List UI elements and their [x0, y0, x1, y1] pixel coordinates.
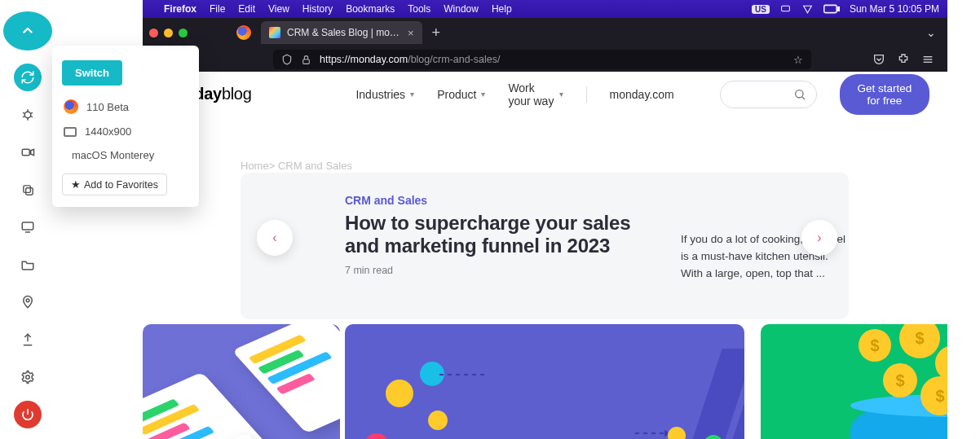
- end-session-button[interactable]: [14, 401, 42, 428]
- breadcrumb: Home> CRM and Sales: [241, 160, 352, 172]
- article-tile-2[interactable]: [345, 324, 744, 439]
- menu-window[interactable]: Window: [444, 3, 479, 15]
- svg-line-23: [802, 97, 805, 99]
- svg-marker-8: [31, 149, 34, 156]
- svg-rect-10: [23, 185, 29, 192]
- testing-sidebar: [0, 0, 55, 439]
- nav-industries[interactable]: Industries▾: [355, 88, 414, 101]
- svg-rect-9: [25, 187, 33, 195]
- svg-line-2: [23, 112, 24, 114]
- url-text: https://monday.com/blog/crm-and-sales/: [320, 54, 500, 65]
- tab-close-button[interactable]: ×: [408, 27, 414, 39]
- article-tile-1[interactable]: [143, 324, 340, 439]
- minimize-window-button[interactable]: [164, 29, 173, 37]
- browser-row[interactable]: 110 Beta: [62, 94, 189, 120]
- search-input[interactable]: [720, 81, 817, 108]
- svg-rect-17: [838, 7, 840, 11]
- add-favorite-button[interactable]: ★ Add to Favorites: [62, 173, 167, 195]
- upload-button[interactable]: [14, 326, 42, 353]
- lock-icon: [301, 55, 311, 65]
- dashed-arrow-icon: [439, 370, 668, 439]
- firefox-logo-icon: [236, 25, 251, 40]
- menu-edit[interactable]: Edit: [238, 3, 255, 15]
- copy-button[interactable]: [14, 176, 42, 204]
- svg-line-3: [31, 112, 33, 114]
- nav-divider: [586, 86, 587, 103]
- app-menu-icon[interactable]: [921, 53, 934, 66]
- location-button[interactable]: [14, 288, 42, 316]
- hero-prev-button[interactable]: ‹: [257, 220, 293, 256]
- gear-icon: [20, 370, 35, 384]
- bookmark-star-button[interactable]: ☆: [793, 54, 803, 66]
- save-pocket-icon[interactable]: [872, 53, 885, 66]
- video-icon: [20, 145, 35, 160]
- tabs-overflow-button[interactable]: ⌄: [926, 26, 936, 39]
- switch-button[interactable]: Switch: [62, 60, 122, 86]
- os-label: macOS Monterey: [72, 149, 154, 161]
- record-button[interactable]: [14, 138, 42, 166]
- screen-button[interactable]: [14, 213, 42, 241]
- wifi-status-icon[interactable]: [801, 4, 814, 15]
- control-center-icon[interactable]: [779, 4, 792, 15]
- bug-button[interactable]: [14, 101, 42, 129]
- chevron-up-icon: [20, 24, 35, 38]
- maximize-window-button[interactable]: [179, 29, 188, 37]
- browser-tab[interactable]: CRM & Sales Blog | monday.com ×: [261, 21, 422, 44]
- favorites-label: Add to Favorites: [84, 179, 158, 191]
- input-locale-badge[interactable]: US: [752, 5, 770, 14]
- new-tab-button[interactable]: +: [422, 24, 451, 42]
- svg-point-22: [796, 90, 803, 97]
- address-bar[interactable]: https://monday.com/blog/crm-and-sales/ ☆: [273, 50, 811, 69]
- menubar-app[interactable]: Firefox: [164, 3, 196, 15]
- collapse-fab[interactable]: [3, 11, 52, 50]
- svg-line-4: [23, 116, 24, 118]
- nav-product[interactable]: Product▾: [437, 88, 485, 101]
- menu-history[interactable]: History: [302, 3, 333, 15]
- switch-device-button[interactable]: [14, 64, 42, 91]
- get-started-button[interactable]: Get started for free: [840, 74, 929, 115]
- nav-monday-link[interactable]: monday.com: [610, 88, 674, 101]
- site-navbar: mondayblog Industries▾ Product▾ Work you…: [143, 72, 947, 117]
- svg-rect-7: [22, 149, 29, 156]
- extensions-icon[interactable]: [897, 53, 910, 66]
- breadcrumb-category[interactable]: CRM and Sales: [278, 160, 352, 172]
- close-window-button[interactable]: [149, 29, 158, 37]
- svg-rect-11: [22, 222, 33, 230]
- remote-browser-frame: Firefox File Edit View History Bookmarks…: [143, 0, 947, 439]
- svg-point-0: [24, 112, 31, 118]
- tile-illustration: [143, 324, 340, 439]
- folder-button[interactable]: [14, 251, 42, 279]
- nav-work-your-way[interactable]: Work your way▾: [508, 81, 563, 108]
- menu-view[interactable]: View: [268, 3, 289, 15]
- browser-tabbar: CRM & Sales Blog | monday.com × + ⌄: [143, 18, 947, 47]
- breadcrumb-home[interactable]: Home: [241, 160, 269, 172]
- settings-button[interactable]: [14, 363, 42, 391]
- folder-icon: [20, 257, 35, 272]
- shield-icon: [281, 54, 293, 65]
- firefox-icon: [64, 99, 78, 114]
- svg-line-5: [31, 116, 33, 118]
- os-row[interactable]: macOS Monterey: [62, 143, 189, 167]
- svg-rect-16: [824, 5, 837, 12]
- svg-rect-18: [303, 59, 310, 63]
- article-tile-3[interactable]: $ $ $ $ $: [761, 324, 947, 439]
- menu-tools[interactable]: Tools: [408, 3, 430, 15]
- display-icon: [64, 127, 77, 137]
- menu-bookmarks[interactable]: Bookmarks: [346, 3, 395, 15]
- battery-status-icon[interactable]: [823, 4, 840, 14]
- hero-next-button[interactable]: ›: [801, 220, 837, 256]
- hero-category[interactable]: CRM and Sales: [345, 194, 669, 207]
- chevron-down-icon: ▾: [559, 90, 563, 99]
- hero-readtime: 7 min read: [345, 265, 669, 276]
- resolution-row[interactable]: 1440x900: [62, 120, 189, 143]
- menu-help[interactable]: Help: [492, 3, 512, 15]
- menu-file[interactable]: File: [210, 3, 225, 15]
- star-icon: ★: [71, 178, 81, 191]
- hero-title[interactable]: How to supercharge your sales and market…: [345, 212, 669, 257]
- menubar-clock[interactable]: Sun Mar 5 10:05 PM: [850, 3, 939, 15]
- copy-icon: [21, 183, 35, 197]
- switch-popover: Switch 110 Beta 1440x900 macOS Monterey …: [52, 46, 199, 207]
- svg-point-13: [26, 299, 29, 302]
- browser-urlbar: https://monday.com/blog/crm-and-sales/ ☆: [143, 47, 947, 72]
- browser-label: 110 Beta: [86, 101, 129, 113]
